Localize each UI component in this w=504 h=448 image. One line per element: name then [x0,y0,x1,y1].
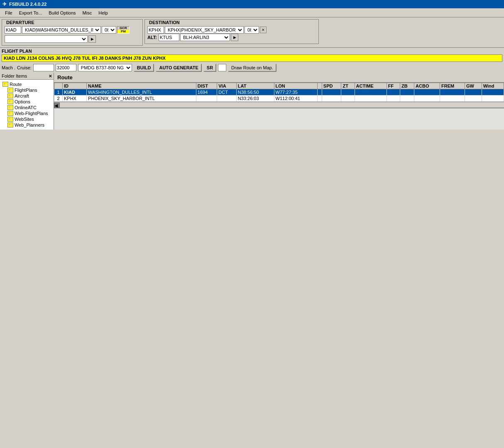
menu-file[interactable]: File [2,10,16,16]
star-select[interactable]: BLH:ARLIN3 [180,34,230,41]
auto-generate-button[interactable]: AUTO GENERATE [156,64,201,72]
table-header: ID NAME DIST VIA LAT LON SPD ZT ACTIME F… [54,83,504,89]
build-button[interactable]: BUILD [134,64,154,72]
sidebar-item-route[interactable]: 📁 Route [2,81,52,87]
col-zt: ZT [341,83,355,89]
col-acbo: ACBO [414,83,440,89]
sidebar-item-aircraft[interactable]: 📁 Aircraft [7,93,52,99]
sidebar-item-web-planners[interactable]: 📁 Web_Planners [7,122,52,128]
col-frem: FREM [440,83,465,89]
sidebar-label-onlineatc: OnlineATC [15,105,37,110]
folder-icon-webplanners: 📁 [7,122,13,127]
sidebar-label-websites: WebSites [15,117,34,122]
sidebar-label-flightplans: FlightPlans [15,88,37,93]
splitter-area: Folder Items ✕ 📁 Route 📁 FlightPlans 📁 A… [0,73,504,130]
folder-icon-options: 📁 [7,99,13,104]
top-panels: DEPARTURE KIAD|WASHINGTON_DULLES_INTL 08… [0,17,504,47]
destination-airport-select[interactable]: KPHX|PHOENIX_SKY_HARBOR_INTL [165,26,244,34]
app-title: FSBUILD 2.4.0.22 [9,2,46,7]
col-sep [317,83,322,89]
folder-icon-flightplans: 📁 [7,88,13,93]
sidebar-item-options[interactable]: 📁 Options [7,99,52,105]
col-lon: LON [274,83,317,89]
destination-label: DESTINATION [148,20,181,25]
cruise-label: Cruise: [17,65,32,70]
sidebar-label-options: Options [15,99,30,104]
destination-icon-button[interactable]: ▶ [231,34,238,41]
cruise-value-input[interactable] [33,64,54,71]
menu-export[interactable]: Export To... [16,10,45,16]
route-section-label: Route [54,73,504,83]
sidebar-close-button[interactable]: ✕ [49,74,52,78]
horizontal-scrollbar[interactable]: ◀ [54,102,504,108]
table-row[interactable]: 1KIADWASHINGTON_DULLES_INTL1694DCTN38:56… [54,89,504,95]
menu-help[interactable]: Help [95,10,111,16]
sr-input[interactable] [218,64,226,71]
col-actime: ACTIME [355,83,387,89]
sr-button[interactable]: SR [203,64,216,72]
col-zb: ZB [400,83,414,89]
departure-label: DEPARTURE [5,20,35,25]
sidebar-label-aircraft: Aircraft [15,93,29,98]
sidebar-label-route: Route [10,82,22,87]
col-dist: DIST [196,83,217,89]
departure-panel: DEPARTURE KIAD|WASHINGTON_DULLES_INTL 08… [2,19,143,46]
sidebar-label-webflightplans: Web-FlightPlans [15,111,48,116]
destination-panel: DESTINATION KPHX|PHOENIX_SKY_HARBOR_INTL… [144,19,319,44]
col-ff: FF [387,83,400,89]
sidebar-item-web-flightplans[interactable]: 📁 Web-FlightPlans [7,110,52,116]
draw-route-button[interactable]: Draw Route on Map. [228,64,276,72]
flight-plan-controls: Mach . Cruise: PMDG B737-800 NGX BUILD A… [2,64,502,72]
flight-plan-label: FLIGHT PLAN [2,49,502,54]
destination-code-input[interactable] [147,26,164,34]
route-table-container: ID NAME DIST VIA LAT LON SPD ZT ACTIME F… [54,83,504,102]
alt-input[interactable] [159,34,179,41]
sidebar-item-websites[interactable]: 📁 WebSites [7,116,52,122]
close-button[interactable]: ✕ [260,27,267,33]
col-wind: Wind [482,83,504,89]
altitude-input[interactable] [56,64,76,71]
col-spd: SPD [322,83,341,89]
menu-build-options[interactable]: Build Options [45,10,79,16]
departure-runway-select[interactable]: 08 19R 30 [102,26,116,34]
col-lat: LAT [236,83,274,89]
sidebar-header: Folder Items ✕ [0,73,54,80]
alt-label: ALT: [147,35,157,40]
mach-label: Mach . [2,65,15,70]
col-num [54,83,63,89]
destination-runway-select[interactable]: 08 26 [245,26,259,34]
sidebar: Folder Items ✕ 📁 Route 📁 FlightPlans 📁 A… [0,73,54,130]
sidebar-label-webplanners: Web_Planners [15,122,44,127]
folder-icon-aircraft: 📁 [7,93,13,98]
flight-plan-section: FLIGHT PLAN KIAD LDN J134 COLNS J6 HVQ J… [0,47,504,73]
departure-code-input[interactable] [5,26,21,34]
map-svg [54,108,504,130]
table-row[interactable]: 2KPHXPHOENIX_SKY_HARBOR_INTLN33:26:03W11… [54,95,504,102]
col-via: VIA [217,83,237,89]
title-bar: ✈ FSBUILD 2.4.0.22 [0,0,504,8]
svg-rect-0 [54,108,504,130]
table-body: 1KIADWASHINGTON_DULLES_INTL1694DCTN38:56… [54,89,504,102]
app-icon: ✈ [2,1,7,7]
flight-plan-route: KIAD LDN J134 COLNS J6 HVQ J78 TUL IFI J… [2,54,502,62]
sidebar-tree: 📁 Route 📁 FlightPlans 📁 Aircraft 📁 Optio… [0,80,54,130]
departure-airport-select[interactable]: KIAD|WASHINGTON_DULLES_INTL [22,26,101,34]
col-name: NAME [87,83,196,89]
route-table: ID NAME DIST VIA LAT LON SPD ZT ACTIME F… [54,83,504,102]
folder-icon-route: 📁 [2,82,8,87]
departure-sid-select[interactable] [5,35,88,43]
aircraft-select[interactable]: PMDG B737-800 NGX [78,64,132,71]
col-gw: GW [465,83,482,89]
gcr-button[interactable]: GCR PM [117,26,130,34]
folder-icon-websites: 📁 [7,117,13,122]
sidebar-item-flightplans[interactable]: 📁 FlightPlans [7,87,52,93]
departure-icon-button[interactable]: ▶ [88,35,96,43]
menu-bar: File Export To... Build Options Misc Hel… [0,8,504,17]
col-id: ID [63,83,87,89]
sidebar-item-onlineatc[interactable]: 📁 OnlineATC [7,105,52,110]
hscroll-thumb[interactable]: ◀ [54,103,60,108]
folder-icon-onlineatc: 📁 [7,105,13,110]
right-content: Route ID NAME DIST VIA LAT LON SPD ZT [54,73,504,130]
folder-icon-webflightplans: 📁 [7,111,13,116]
menu-misc[interactable]: Misc [79,10,95,16]
